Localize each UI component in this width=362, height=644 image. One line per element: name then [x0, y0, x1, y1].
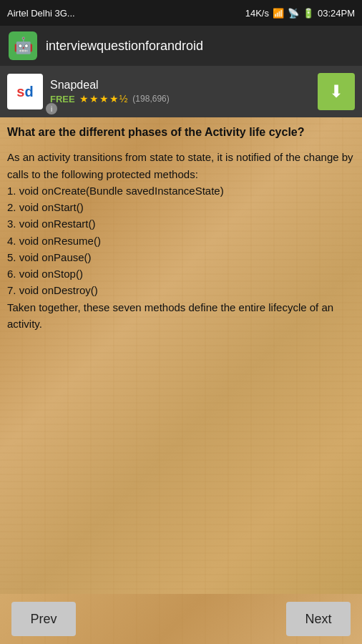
ad-app-name: Snapdeal	[50, 79, 310, 92]
ad-stars: ★★★★½	[79, 93, 129, 104]
ad-meta: FREE ★★★★½ (198,696)	[50, 93, 310, 104]
carrier-text: Airtel Delhi 3G...	[7, 8, 75, 19]
bottom-nav: Prev Next	[0, 594, 362, 644]
speed-text: 14K/s	[245, 8, 269, 19]
info-badge: i	[46, 103, 57, 114]
app-icon-symbol: 🤖	[14, 36, 33, 55]
ad-logo: sd	[7, 74, 43, 109]
ad-banner[interactable]: sd Snapdeal FREE ★★★★½ (198,696) ⬇ i	[0, 66, 362, 117]
app-bar: 🤖 interviewquestionforandroid	[0, 26, 362, 66]
ad-reviews: (198,696)	[132, 94, 169, 104]
ad-download-button[interactable]: ⬇	[318, 73, 355, 110]
battery-icon: 🔋	[303, 8, 314, 19]
app-icon: 🤖	[9, 31, 37, 60]
status-right-icons: 14K/s 📶 📡 🔋 03:24PM	[245, 8, 355, 19]
app-title: interviewquestionforandroid	[46, 39, 203, 54]
download-icon: ⬇	[329, 82, 343, 102]
time-text: 03:24PM	[318, 8, 355, 19]
next-button[interactable]: Next	[286, 602, 351, 636]
wifi-icon: 📶	[273, 8, 284, 19]
answer-text: As an activity transitions from state to…	[7, 149, 355, 332]
signal-icon: 📡	[288, 8, 299, 19]
question-text: What are the different phases of the Act…	[7, 125, 355, 140]
ad-info: Snapdeal FREE ★★★★½ (198,696)	[50, 79, 310, 104]
prev-button[interactable]: Prev	[11, 602, 76, 636]
status-bar: Airtel Delhi 3G... 14K/s 📶 📡 🔋 03:24PM	[0, 0, 362, 26]
ad-price-label: FREE	[50, 94, 75, 104]
main-content: What are the different phases of the Act…	[0, 117, 362, 594]
